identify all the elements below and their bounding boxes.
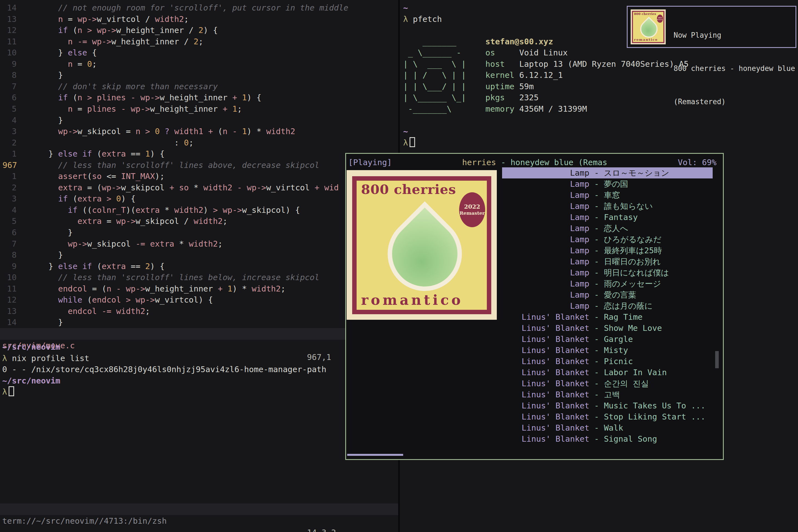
playlist-item[interactable]: Linus' Blanket - Rag Time (502, 311, 712, 323)
playlist-artist: Linus' Blanket (502, 334, 589, 345)
code-line[interactable]: 9 } else if (extra == 2) { (0, 261, 165, 272)
playlist-item[interactable]: Linus' Blanket - Misty (502, 345, 712, 356)
playlist-item[interactable]: Lamp - 恋人へ (502, 223, 712, 234)
pfetch-info-label: pkgs (486, 93, 519, 102)
playlist-artist: Lamp (502, 278, 589, 289)
playlist-item[interactable]: Lamp - 愛の言葉 (502, 289, 712, 300)
now-playing-notification[interactable]: 800 cherries 2022 Remaster romantico Now… (627, 6, 796, 48)
line-number: 14 (0, 2, 29, 14)
playlist-item[interactable]: Lamp - 誰も知らない (502, 201, 712, 212)
playlist-title: - Rag Time (589, 311, 643, 323)
pfetch-info-value: 6.12.12_1 (519, 70, 563, 80)
code-text: if (extra > 0) { (29, 194, 135, 203)
playlist-item-selected[interactable]: Lamp - スロ～モ～ション (502, 167, 712, 178)
code-line[interactable]: 3 wp->w_skipcol = n > 0 ? width1 + (n - … (0, 126, 295, 137)
player-scrolling-title: herries - honeydew blue (Remas (462, 158, 607, 167)
neovim-editor-pane[interactable]: 14 // not enough room for 'scrolloff', p… (0, 0, 398, 532)
code-line[interactable]: 6 } (0, 227, 73, 238)
code-line[interactable]: 3 if (extra > 0) { (0, 193, 135, 205)
album-art-frame: 800 cherries 2022 Remaster romantico (352, 176, 491, 314)
code-line[interactable]: 11 n -= wp->w_height_inner / 2; (0, 36, 203, 48)
playlist-item[interactable]: Lamp - 車窓 (502, 190, 712, 201)
code-line[interactable]: 5 n = plines - wp->w_height_inner + 1; (0, 103, 242, 115)
code-line[interactable]: 11 endcol = (n - wp->w_height_inner + 1)… (0, 283, 285, 294)
playlist-item[interactable]: Lamp - 明日になれば僕は (502, 267, 712, 278)
playlist-item[interactable]: Lamp - 日曜日のお別れ (502, 256, 712, 267)
playlist-item[interactable]: Linus' Blanket - Music Takes Us To ... (502, 400, 712, 411)
playlist-title: - Fantasy (589, 212, 638, 223)
playlist-item[interactable]: Lamp - 最終列車は25時 (502, 245, 712, 256)
album-art: 800 cherries 2022 Remaster romantico (347, 170, 497, 320)
playlist-item[interactable]: Linus' Blanket - Labor In Vain (502, 367, 712, 378)
code-text: } (29, 250, 63, 260)
playlist-title: - 愛の言葉 (589, 289, 636, 300)
code-line[interactable]: 1 assert(so <= INT_MAX); (0, 171, 165, 182)
prompt-lambda: λ (2, 387, 7, 397)
code-text: endcol -= width2; (29, 306, 150, 316)
playlist-artist: Lamp (502, 289, 589, 300)
code-text: // don't skip more than necessary (29, 82, 218, 91)
terminal-row: ~/src/neovim (2, 375, 60, 386)
line-number: 1 (0, 171, 29, 182)
line-number: 13 (0, 306, 29, 317)
terminal-row: | | \___/ | | uptime 59m (403, 81, 534, 92)
playlist-artist: Linus' Blanket (502, 323, 589, 334)
notification-subtitle: (Remastered) (673, 96, 795, 107)
code-text: extra = (wp->w_skipcol + so * width2 - w… (29, 183, 339, 192)
playlist-item[interactable]: Linus' Blanket - Show Me Love (502, 323, 712, 334)
code-line[interactable]: 5 extra = wp->w_skipcol / width2; (0, 215, 227, 227)
playlist-item[interactable]: Lamp - 恋は月の蔭に (502, 300, 712, 311)
playlist-item[interactable]: Linus' Blanket - Picnic (502, 356, 712, 367)
code-line[interactable]: 7 wp->w_skipcol -= extra * width2; (0, 238, 223, 250)
playlist-artist: Linus' Blanket (502, 411, 589, 422)
code-line[interactable]: 14 } (0, 317, 63, 328)
code-line[interactable]: 7 // don't skip more than necessary (0, 81, 218, 92)
playlist-title: - 車窓 (589, 190, 620, 201)
code-line[interactable]: 8 } (0, 70, 63, 81)
playlist-item[interactable]: Lamp - 夢の国 (502, 178, 712, 190)
playlist-item[interactable]: Linus' Blanket - 순간의 진실 (502, 378, 712, 389)
terminal-row: ~ (403, 126, 408, 137)
code-line[interactable]: 14 // not enough room for 'scrolloff', p… (0, 2, 348, 14)
code-text: // not enough room for 'scrolloff', put … (29, 3, 348, 13)
line-number: 2 (0, 137, 29, 149)
playlist-item[interactable]: Linus' Blanket - Walk (502, 422, 712, 433)
playlist-item[interactable]: Lamp - Fantasy (502, 212, 712, 223)
code-line[interactable]: 967 // less than 'scrolloff' lines above… (0, 159, 320, 171)
playlist-item[interactable]: Lamp - 雨のメッセージ (502, 278, 712, 289)
code-line[interactable]: 2 extra = (wp->w_skipcol + so * width2 -… (0, 182, 339, 193)
pfetch-user-host: stefan@s00.xyz (486, 37, 553, 46)
code-text: } (29, 228, 73, 237)
playlist-artist: Linus' Blanket (502, 400, 589, 411)
playlist-title: - 恋人へ (589, 223, 628, 234)
code-line[interactable]: 10 // less than 'scrolloff' lines below,… (0, 272, 320, 283)
code-line[interactable]: 13 endcol -= width2; (0, 306, 150, 317)
line-number: 14 (0, 317, 29, 328)
playlist[interactable]: Lamp - スロ～モ～ションLamp - 夢の国Lamp - 車窓Lamp -… (502, 167, 712, 444)
code-line[interactable]: 6 if (n > plines - wp->w_height_inner + … (0, 92, 261, 103)
code-line[interactable]: 4 } (0, 115, 63, 126)
code-text: } else if (extra == 2) { (29, 262, 165, 271)
playlist-item[interactable]: Linus' Blanket - 고백 (502, 389, 712, 400)
code-line[interactable]: 10 } else { (0, 47, 97, 58)
playlist-artist: Linus' Blanket (502, 367, 589, 378)
music-player-window[interactable]: [Playing] herries - honeydew blue (Remas… (345, 153, 724, 460)
playlist-item[interactable]: Linus' Blanket - Stop Liking Start ... (502, 411, 712, 422)
code-line[interactable]: 1 } else if (extra == 1) { (0, 148, 165, 159)
code-line[interactable]: 9 n = 0; (0, 58, 97, 70)
playlist-item[interactable]: Linus' Blanket - Signal Song (502, 433, 712, 444)
code-line[interactable]: 2 : 0; (0, 137, 194, 149)
code-line[interactable]: 12 while (endcol > wp->w_virtcol) { (0, 294, 213, 306)
code-line[interactable]: 8 } (0, 249, 63, 261)
playlist-item[interactable]: Lamp - ひろがるなみだ (502, 234, 712, 245)
playlist-scrollbar-thumb[interactable] (715, 351, 719, 368)
playlist-item[interactable]: Linus' Blanket - Gargle (502, 334, 712, 345)
terminal-row: | \______ \_| pkgs 2325 (403, 92, 539, 103)
pfetch-ascii-art: | \ ___ \ | (403, 59, 486, 69)
track-progress-bar[interactable] (347, 454, 403, 456)
album-title-text: romantico (634, 38, 658, 42)
code-line[interactable]: 13 n = wp->w_virtcol / width2; (0, 14, 189, 25)
code-line[interactable]: 12 if (n > wp->w_height_inner / 2) { (0, 25, 218, 36)
code-line[interactable]: 4 if ((colnr_T)(extra * width2) > wp->w_… (0, 205, 300, 216)
playlist-title: - ひろがるなみだ (589, 234, 661, 245)
